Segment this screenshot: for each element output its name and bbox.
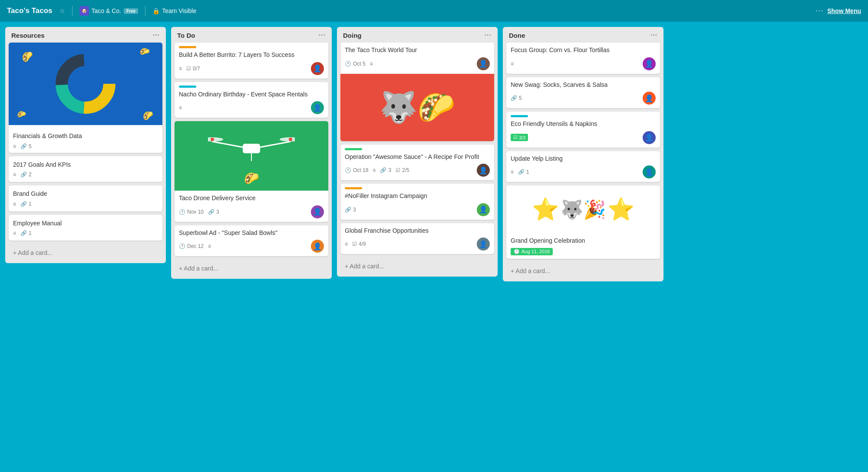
- card-goals[interactable]: 2017 Goals And KPIs ≡ 🔗 2: [9, 156, 162, 182]
- card-eco[interactable]: Eco Friendly Utensils & Napkins ☑ 3/3 👤: [506, 112, 660, 148]
- card-footer-franchise: ≡ ☑ 4/9 👤: [345, 238, 490, 251]
- card-avatar-eco: 👤: [643, 131, 656, 144]
- workspace-info[interactable]: 🐶 Taco & Co. Free: [79, 6, 139, 16]
- card-meta-attachments: 🔗 1: [518, 169, 529, 175]
- attach-count: 3: [353, 207, 356, 213]
- card-footer-swag: 🔗 5 👤: [511, 92, 656, 105]
- card-focus[interactable]: Focus Group: Corn vs. Flour Tortillas ≡ …: [506, 43, 660, 74]
- attach-count: 3: [388, 167, 391, 173]
- card-title-truck: The Taco Truck World Tour: [345, 46, 490, 55]
- attach-count: 3: [216, 209, 219, 215]
- card-avatar-focus: 👤: [643, 57, 656, 70]
- attach-count: 1: [526, 169, 529, 175]
- column-content-done: Focus Group: Corn vs. Flour Tortillas ≡ …: [503, 43, 663, 281]
- card-franchise[interactable]: Global Franchise Opportunities ≡ ☑ 4/9 👤: [340, 223, 494, 254]
- card-footer-manual: ≡ 🔗 1: [13, 230, 158, 236]
- card-title-burrito: Build A Better Burrito: 7 Layers To Succ…: [179, 51, 324, 59]
- card-body-franchise: Global Franchise Opportunities ≡ ☑ 4/9 👤: [340, 223, 494, 254]
- card-manual[interactable]: Employee Manual ≡ 🔗 1: [9, 215, 162, 241]
- card-title-eco: Eco Friendly Utensils & Napkins: [511, 120, 656, 129]
- date-val: Oct 5: [353, 61, 366, 67]
- card-meta-attachments: 🔗 1: [20, 201, 32, 207]
- card-meta-checklist: ☑ 0/7: [186, 66, 200, 72]
- card-body-truck-top: The Taco Truck World Tour 🕐 Oct 5 ≡ 👤: [340, 43, 494, 74]
- column-header-doing: Doing ···: [337, 27, 498, 43]
- card-avatar-nacho: 👤: [311, 101, 324, 114]
- card-label-nofiller: [345, 187, 362, 189]
- card-awesome[interactable]: Operation "Awesome Sauce" - A Recipe For…: [340, 145, 494, 181]
- add-card-resources[interactable]: + Add a card...: [9, 246, 162, 260]
- check-count: 2/5: [402, 167, 409, 173]
- card-nofiller[interactable]: #NoFiller Instagram Campaign 🔗 3 👤: [340, 184, 494, 220]
- app-header: Taco's Tacos ☆ 🐶 Taco & Co. Free 🔒 Team …: [0, 0, 868, 22]
- card-meta-desc: ≡: [179, 66, 182, 72]
- more-icon[interactable]: ···: [815, 7, 824, 15]
- card-avatar-franchise: 👤: [477, 238, 490, 251]
- svg-point-3: [73, 71, 99, 97]
- desc-icon: ≡: [13, 201, 16, 207]
- workspace-icon: 🐶: [79, 6, 89, 16]
- card-body-financials: Financials & Growth Data ≡ 🔗 5: [9, 129, 162, 153]
- card-drone[interactable]: 🌮 Taco Drone Delivery Service 🕐 Nov 10 🔗…: [175, 121, 328, 222]
- header-right: ··· Show Menu: [815, 7, 861, 15]
- card-body-superbowl: Superbowl Ad - "Super Salad Bowls" 🕐 Dec…: [175, 225, 328, 257]
- card-title-nofiller: #NoFiller Instagram Campaign: [345, 192, 490, 201]
- card-footer-grand: 🕐 Aug 11, 2016: [511, 248, 656, 255]
- column-menu-icon[interactable]: ···: [153, 31, 160, 39]
- party-wolf-icon: 🐺🎉: [561, 199, 606, 220]
- card-body-grand: Grand Opening Celebration 🕐 Aug 11, 2016: [506, 233, 660, 259]
- card-nacho[interactable]: Nacho Ordinary Birthday - Event Space Re…: [175, 82, 328, 118]
- card-meta-attachments: 🔗 5: [20, 143, 32, 149]
- visibility-icon: 🔒: [152, 7, 160, 14]
- column-content-resources: 🌮 🌮 🌮 🌮 Financials & Growth Data ≡ 🔗 5: [5, 43, 166, 263]
- card-meta-attachments: 🔗 3: [380, 167, 391, 173]
- card-body-burrito: Build A Better Burrito: 7 Layers To Succ…: [175, 43, 328, 79]
- svg-point-10: [289, 138, 292, 141]
- card-footer-goals: ≡ 🔗 2: [13, 172, 158, 178]
- card-footer-eco: ☑ 3/3 👤: [511, 131, 656, 144]
- show-menu-button[interactable]: Show Menu: [827, 7, 861, 14]
- card-financials[interactable]: 🌮 🌮 🌮 🌮 Financials & Growth Data ≡ 🔗 5: [9, 43, 162, 153]
- add-card-todo[interactable]: + Add a card...: [175, 261, 328, 275]
- card-brand[interactable]: Brand Guide ≡ 🔗 1: [9, 185, 162, 211]
- card-superbowl[interactable]: Superbowl Ad - "Super Salad Bowls" 🕐 Dec…: [175, 225, 328, 257]
- card-grand[interactable]: ⭐ 🐺🎉 ⭐ Grand Opening Celebration 🕐 Aug 1…: [506, 185, 660, 259]
- header-divider: [72, 6, 73, 16]
- add-card-doing[interactable]: + Add a card...: [340, 259, 494, 273]
- column-title-resources: Resources: [11, 32, 45, 39]
- card-meta-checklist: ☑ 2/5: [396, 167, 409, 173]
- attach-icon: 🔗: [511, 95, 517, 101]
- card-meta-desc: ≡: [13, 201, 16, 207]
- column-menu-icon-doing[interactable]: ···: [485, 31, 492, 39]
- date-val: Oct 18: [353, 167, 368, 173]
- date-badge-grand: 🕐 Aug 11, 2016: [511, 248, 553, 255]
- star-left-icon: ⭐: [532, 197, 559, 222]
- card-meta-attachments: 🔗 1: [20, 230, 32, 236]
- card-yelp[interactable]: Update Yelp Listing ≡ 🔗 1 👤: [506, 151, 660, 182]
- column-menu-icon-todo[interactable]: ···: [319, 31, 326, 39]
- card-body-yelp: Update Yelp Listing ≡ 🔗 1 👤: [506, 151, 660, 182]
- clock-icon: 🕐: [514, 249, 520, 254]
- attach-icon: 🔗: [518, 169, 525, 175]
- column-title-todo: To Do: [177, 32, 195, 39]
- card-meta-desc: ≡: [345, 241, 348, 247]
- visibility-info[interactable]: 🔒 Team Visible: [152, 7, 196, 14]
- card-burrito[interactable]: Build A Better Burrito: 7 Layers To Succ…: [175, 43, 328, 79]
- card-title-drone: Taco Drone Delivery Service: [179, 194, 324, 203]
- card-truck[interactable]: The Taco Truck World Tour 🕐 Oct 5 ≡ 👤 🐺🌮: [340, 43, 494, 141]
- card-meta-desc: ≡: [13, 143, 16, 149]
- card-avatar-yelp: 👤: [643, 165, 656, 178]
- workspace-name: Taco & Co.: [92, 7, 121, 14]
- column-menu-icon-done[interactable]: ···: [650, 31, 657, 39]
- card-label-awesome: [345, 148, 362, 150]
- clock-icon: 🕐: [345, 61, 351, 67]
- card-label-eco: [511, 115, 528, 117]
- card-avatar-swag: 👤: [643, 92, 656, 105]
- attach-icon: 🔗: [208, 209, 215, 215]
- star-icon[interactable]: ☆: [59, 7, 65, 14]
- card-swag[interactable]: New Swag: Socks, Scarves & Salsa 🔗 5 👤: [506, 77, 660, 109]
- card-title-yelp: Update Yelp Listing: [511, 155, 656, 163]
- card-avatar-nofiller: 👤: [477, 203, 490, 216]
- add-card-done[interactable]: + Add a card...: [506, 264, 660, 278]
- attach-count: 5: [29, 143, 32, 149]
